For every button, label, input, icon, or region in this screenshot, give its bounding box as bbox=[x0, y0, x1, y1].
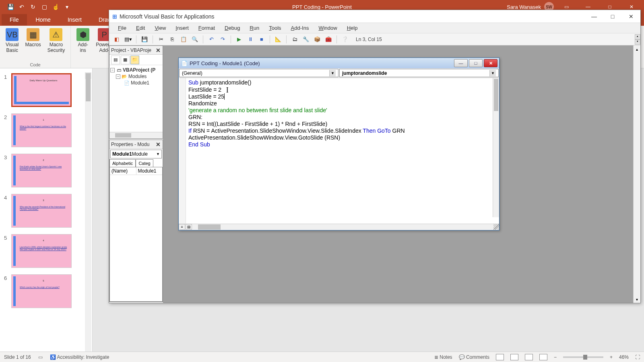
tab-file[interactable]: File bbox=[2, 14, 27, 25]
language-icon[interactable]: ▭ bbox=[38, 354, 43, 360]
normal-view-button[interactable] bbox=[496, 354, 504, 360]
code-close-button[interactable]: ✕ bbox=[484, 59, 497, 67]
macro-security-button[interactable]: ⚠Macro Security bbox=[45, 27, 67, 62]
tab-insert[interactable]: Insert bbox=[60, 14, 90, 25]
thumbnail-panel[interactable]: 1Daily Warm Up Questions21What is the th… bbox=[0, 68, 93, 362]
thumbnail-scrollbar[interactable]: ▴ ▾ bbox=[85, 72, 91, 362]
vba-title-bar[interactable]: ⊞ Microsoft Visual Basic for Application… bbox=[109, 10, 640, 23]
vba-menu-tools[interactable]: Tools bbox=[265, 24, 285, 32]
vba-minimize-button[interactable]: — bbox=[585, 10, 603, 23]
accessibility-status[interactable]: ♿ Accessibility: Investigate bbox=[50, 354, 109, 360]
cut-icon[interactable]: ✂ bbox=[157, 35, 165, 44]
code-editor[interactable]: Sub jumptorandomslide()FirstSlide = 2 IL… bbox=[186, 78, 499, 224]
vba-menu-edit[interactable]: Edit bbox=[132, 24, 149, 32]
full-module-view-icon[interactable]: ▤ bbox=[186, 224, 192, 230]
thumbnail-item[interactable]: 65Which country has the origin of Inuit … bbox=[0, 273, 92, 313]
code-vscroll[interactable] bbox=[493, 78, 499, 217]
vba-menu-run[interactable]: Run bbox=[246, 24, 263, 32]
redo-icon[interactable]: ↻ bbox=[30, 4, 36, 10]
vba-menu-window[interactable]: Window bbox=[314, 24, 341, 32]
close-icon[interactable]: ✕ bbox=[155, 141, 162, 148]
object-dropdown[interactable]: (General)▼ bbox=[179, 69, 339, 77]
reset-icon[interactable]: ■ bbox=[257, 35, 266, 44]
thumbnail-item[interactable]: 21What is the third largest continent / … bbox=[0, 112, 92, 152]
toolbox-icon[interactable]: 🧰 bbox=[324, 35, 333, 44]
view-ppt-icon[interactable]: ◧ bbox=[112, 35, 121, 44]
object-browser-icon[interactable]: 📦 bbox=[313, 35, 322, 44]
project-hscroll[interactable] bbox=[109, 132, 163, 138]
collapse-icon[interactable]: − bbox=[116, 74, 120, 79]
toggle-folders-icon[interactable]: 📁 bbox=[130, 56, 139, 64]
help-icon[interactable]: ❔ bbox=[341, 35, 349, 44]
notes-toggle[interactable]: ≣ Notes bbox=[434, 354, 452, 360]
run-icon[interactable]: ▶ bbox=[235, 35, 244, 44]
zoom-in-button[interactable]: + bbox=[610, 354, 613, 360]
visual-basic-button[interactable]: VBVisual Basic bbox=[3, 27, 21, 62]
vba-maximize-button[interactable]: □ bbox=[603, 10, 622, 23]
properties-grid[interactable]: (Name) Module1 bbox=[109, 167, 163, 302]
reading-view-button[interactable] bbox=[525, 354, 533, 360]
undo-icon[interactable]: ↶ bbox=[19, 4, 25, 10]
close-icon[interactable]: ✕ bbox=[155, 47, 162, 54]
tab-home[interactable]: Home bbox=[28, 14, 59, 25]
insert-module-icon[interactable]: ▤▾ bbox=[124, 35, 132, 44]
paste-icon[interactable]: 📋 bbox=[179, 35, 188, 44]
toolbar-overflow-icon[interactable]: ▴▾ bbox=[635, 34, 640, 45]
prop-name-value[interactable]: Module1 bbox=[136, 167, 163, 175]
scroll-down-icon[interactable]: ▾ bbox=[634, 296, 640, 303]
project-tree[interactable]: −🗃VBAProject (P −📂Modules 📄Module1 bbox=[109, 65, 163, 132]
project-explorer-title[interactable]: Project - VBAProje ✕ bbox=[109, 46, 163, 55]
vba-menu-insert[interactable]: Insert bbox=[171, 24, 193, 32]
vba-close-button[interactable]: ✕ bbox=[622, 10, 640, 23]
save-icon[interactable]: 💾 bbox=[140, 35, 149, 44]
design-mode-icon[interactable]: 📐 bbox=[274, 35, 283, 44]
procedure-view-icon[interactable]: ≡ bbox=[179, 224, 185, 230]
resize-grip-icon[interactable] bbox=[493, 224, 499, 230]
user-name[interactable]: Sara Wanasek bbox=[507, 4, 541, 10]
scroll-up-icon[interactable]: ▴ bbox=[634, 45, 640, 53]
break-icon[interactable]: ⏸ bbox=[246, 35, 255, 44]
tab-categorized[interactable]: Categ bbox=[136, 159, 153, 167]
zoom-level[interactable]: 46% bbox=[619, 354, 629, 360]
save-icon[interactable]: 💾 bbox=[7, 4, 14, 10]
slideshow-view-button[interactable] bbox=[539, 354, 547, 360]
vba-menu-file[interactable]: File bbox=[114, 24, 130, 32]
thumbnail-item[interactable]: 54Launched in 2006, which planetary expl… bbox=[0, 232, 92, 273]
vba-menu-view[interactable]: View bbox=[151, 24, 170, 32]
addins-button[interactable]: ⬢Add- ins bbox=[74, 27, 92, 62]
thumbnail-item[interactable]: 43Who was the seventh President of the I… bbox=[0, 192, 92, 232]
scrollbar-thumb[interactable] bbox=[86, 73, 91, 101]
thumbnail-item[interactable]: 1Daily Warm Up Questions bbox=[0, 72, 92, 112]
thumbnail-item[interactable]: 32First Earth orbiter Soviet Union's Spu… bbox=[0, 152, 92, 192]
vba-menu-debug[interactable]: Debug bbox=[221, 24, 244, 32]
touch-icon[interactable]: ☝ bbox=[52, 4, 59, 10]
zoom-slider[interactable] bbox=[563, 356, 603, 358]
mdi-scrollbar[interactable]: ▴ ▾ bbox=[633, 45, 640, 303]
view-object-icon[interactable]: ▦ bbox=[121, 56, 130, 64]
view-code-icon[interactable]: ▤ bbox=[111, 56, 120, 64]
vba-menu-addins[interactable]: Add-Ins bbox=[287, 24, 313, 32]
sorter-view-button[interactable] bbox=[510, 354, 518, 360]
find-icon[interactable]: 🔍 bbox=[190, 35, 199, 44]
slide-position[interactable]: Slide 1 of 16 bbox=[4, 354, 31, 360]
code-minimize-button[interactable]: — bbox=[454, 59, 468, 67]
comments-toggle[interactable]: 💬 Comments bbox=[459, 354, 489, 360]
redo-icon[interactable]: ↷ bbox=[218, 35, 227, 44]
code-hscroll[interactable] bbox=[192, 224, 493, 230]
macros-button[interactable]: ▦Macros bbox=[23, 27, 43, 62]
properties-object-combo[interactable]: Module1 Module ▼ bbox=[110, 150, 162, 158]
code-maximize-button[interactable]: □ bbox=[469, 59, 483, 67]
properties-title[interactable]: Properties - Modu ✕ bbox=[109, 140, 163, 149]
present-icon[interactable]: ▢ bbox=[41, 4, 47, 10]
vba-menu-help[interactable]: Help bbox=[343, 24, 362, 32]
collapse-icon[interactable]: − bbox=[110, 68, 115, 72]
project-explorer-icon[interactable]: 🗂 bbox=[290, 35, 299, 44]
undo-icon[interactable]: ↶ bbox=[207, 35, 216, 44]
vba-menu-format[interactable]: Format bbox=[194, 24, 219, 32]
procedure-dropdown[interactable]: jumptorandomslide▼ bbox=[339, 69, 499, 77]
tab-alphabetic[interactable]: Alphabetic bbox=[109, 159, 136, 167]
qat-more-icon[interactable]: ▾ bbox=[64, 4, 70, 10]
zoom-out-button[interactable]: − bbox=[554, 354, 557, 360]
properties-icon[interactable]: 🔧 bbox=[301, 35, 310, 44]
fit-window-button[interactable]: ⛶ bbox=[635, 354, 640, 360]
